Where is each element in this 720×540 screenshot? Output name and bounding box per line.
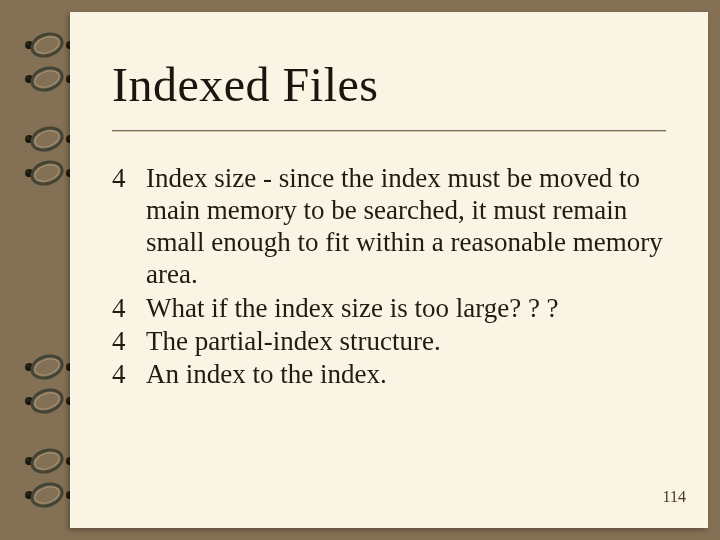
bullet-item: 4 An index to the index. <box>112 358 682 390</box>
slide-body: 4 Index size - since the index must be m… <box>112 162 682 391</box>
bullet-glyph: 4 <box>112 325 126 357</box>
bullet-text: Index size - since the index must be mov… <box>146 163 663 289</box>
bullet-glyph: 4 <box>112 292 126 324</box>
page-number: 114 <box>663 488 686 506</box>
bullet-text: The partial-index structure. <box>146 326 441 356</box>
bullet-glyph: 4 <box>112 358 126 390</box>
title-underline <box>112 130 666 132</box>
slide-title: Indexed Files <box>112 57 378 112</box>
bullet-text: What if the index size is too large? ? ? <box>146 293 559 323</box>
bullet-item: 4 What if the index size is too large? ?… <box>112 292 682 324</box>
bullet-text: An index to the index. <box>146 359 387 389</box>
bullet-item: 4 The partial-index structure. <box>112 325 682 357</box>
bullet-item: 4 Index size - since the index must be m… <box>112 162 682 291</box>
slide: Indexed Files 4 Index size - since the i… <box>70 12 708 528</box>
bullet-glyph: 4 <box>112 162 126 194</box>
spiral-binding <box>26 12 70 528</box>
